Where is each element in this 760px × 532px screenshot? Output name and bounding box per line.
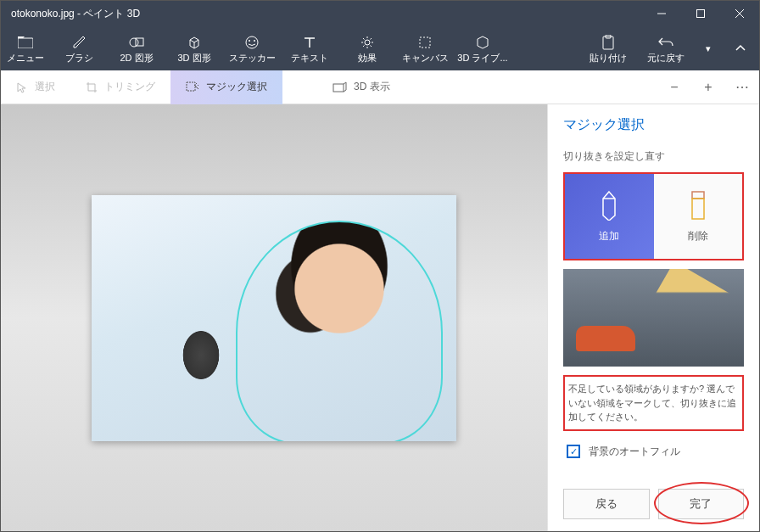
magic-select-panel: マジック選択 切り抜きを設定し直す 追加 削除 不足している領域がありますか? … — [547, 104, 759, 531]
tutorial-preview — [563, 269, 744, 367]
menu-button[interactable]: メニュー — [1, 26, 50, 70]
refine-tools: 追加 削除 — [563, 172, 744, 260]
magic-select-tool[interactable]: マジック選択 — [170, 70, 282, 104]
cursor-icon — [16, 81, 28, 93]
ribbon: メニュー ブラシ 2D 図形 3D 図形 ステッカー テキスト 効果 キャンバ — [1, 26, 759, 70]
done-button[interactable]: 完了 — [658, 489, 745, 519]
toolbar: 選択 トリミング マジック選択 3D 表示 − + ⋯ — [1, 70, 759, 104]
library-icon — [475, 33, 490, 52]
hint-text: 不足している領域がありますか? 選んでいない領域をマークして、切り抜きに追加して… — [563, 375, 744, 431]
crop-tool[interactable]: トリミング — [70, 70, 170, 104]
sticker-button[interactable]: ステッカー — [223, 26, 281, 70]
effects-button[interactable]: 効果 — [338, 26, 396, 70]
canvas-button[interactable]: キャンバス — [396, 26, 454, 70]
minimize-button[interactable] — [642, 1, 681, 26]
paste-icon — [601, 33, 615, 52]
panel-title: マジック選択 — [563, 116, 744, 134]
more-options[interactable]: ⋯ — [725, 70, 759, 104]
undo-button[interactable]: 元に戻す — [637, 26, 695, 70]
zoom-in[interactable]: + — [691, 70, 725, 104]
2d-shapes-button[interactable]: 2D 図形 — [108, 26, 165, 70]
check-icon: ✓ — [567, 445, 580, 458]
3d-view-tool[interactable]: 3D 表示 — [316, 70, 405, 104]
svg-point-8 — [249, 40, 250, 42]
brush-button[interactable]: ブラシ — [50, 26, 108, 70]
2d-shapes-icon — [129, 33, 144, 52]
pencil-add-icon — [596, 190, 622, 221]
close-button[interactable] — [720, 1, 759, 26]
undo-icon — [658, 33, 673, 52]
svg-rect-14 — [187, 82, 195, 91]
svg-rect-4 — [18, 38, 33, 48]
3d-library-button[interactable]: 3D ライブ... — [454, 26, 511, 70]
remove-region-button[interactable]: 削除 — [654, 174, 743, 259]
effects-icon — [360, 33, 375, 52]
window-title: otokonoko.jpg - ペイント 3D — [11, 7, 642, 21]
zoom-out[interactable]: − — [657, 70, 691, 104]
back-button[interactable]: 戻る — [563, 489, 650, 519]
title-bar: otokonoko.jpg - ペイント 3D — [1, 1, 759, 26]
maximize-button[interactable] — [681, 1, 720, 26]
autofill-checkbox[interactable]: ✓ 背景のオートフィル — [563, 440, 744, 469]
canvas-area[interactable] — [1, 104, 547, 531]
magic-icon — [186, 81, 199, 93]
svg-rect-15 — [333, 84, 344, 92]
svg-point-10 — [365, 40, 370, 45]
text-button[interactable]: テキスト — [281, 26, 338, 70]
select-tool[interactable]: 選択 — [1, 70, 70, 104]
canvas-icon — [417, 33, 433, 52]
paste-button[interactable]: 貼り付け — [579, 26, 637, 70]
svg-rect-17 — [692, 199, 704, 219]
cube-icon — [187, 33, 202, 52]
brush-icon — [71, 33, 87, 52]
svg-point-7 — [246, 36, 258, 48]
history-dropdown[interactable]: ▾ — [695, 26, 722, 70]
image-with-selection[interactable] — [92, 195, 456, 441]
svg-rect-1 — [697, 10, 705, 18]
sticker-icon — [244, 33, 260, 52]
crop-icon — [86, 81, 98, 93]
eraser-icon — [689, 190, 707, 221]
add-region-button[interactable]: 追加 — [565, 174, 654, 259]
3d-view-icon — [332, 81, 347, 93]
svg-point-9 — [254, 40, 255, 42]
collapse-ribbon[interactable] — [722, 26, 759, 70]
panel-subtitle: 切り抜きを設定し直す — [563, 149, 744, 164]
text-icon — [302, 33, 317, 52]
3d-shapes-button[interactable]: 3D 図形 — [165, 26, 223, 70]
svg-rect-11 — [420, 37, 430, 48]
folder-icon — [18, 33, 33, 52]
svg-rect-16 — [692, 192, 704, 199]
